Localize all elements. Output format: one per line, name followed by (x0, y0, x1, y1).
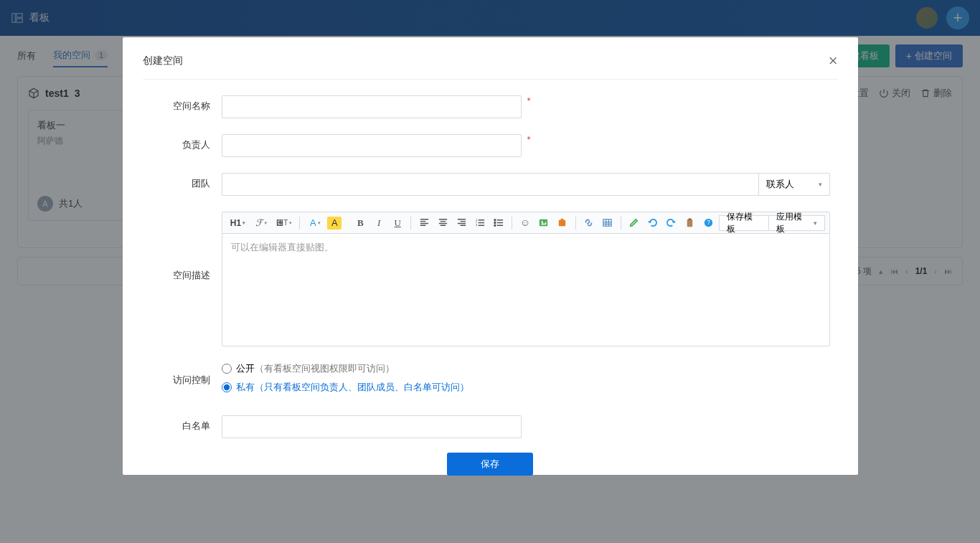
table-button[interactable] (599, 215, 616, 231)
svg-rect-14 (603, 219, 611, 226)
svg-text:3: 3 (476, 224, 477, 227)
whitelist-input[interactable] (222, 415, 522, 438)
font-size-button[interactable]: ␶T (273, 215, 295, 231)
svg-rect-16 (689, 218, 692, 219)
ordered-list-button[interactable]: 123 (471, 215, 489, 231)
space-name-input[interactable] (222, 95, 522, 118)
editor-toolbar: H1 ℱ ␶T A A B I U 123 (222, 212, 829, 234)
redo-button[interactable] (663, 215, 680, 231)
label-space-name: 空间名称 (143, 95, 222, 113)
svg-point-9 (494, 225, 495, 226)
team-type-select[interactable]: 联系人 ▾ (758, 173, 830, 196)
close-icon[interactable]: × (829, 53, 838, 69)
label-access: 访问控制 (143, 362, 222, 387)
align-center-button[interactable] (434, 215, 451, 231)
access-public-radio[interactable] (222, 364, 232, 374)
bold-button[interactable]: B (352, 215, 369, 231)
svg-point-11 (542, 221, 543, 222)
image-button[interactable] (535, 215, 552, 231)
editor-content[interactable]: 可以在编辑器直接贴图。 (222, 234, 829, 346)
label-whitelist: 白名单 (143, 415, 222, 433)
svg-rect-15 (687, 219, 693, 227)
label-description: 空间描述 (143, 212, 222, 282)
team-input[interactable] (222, 173, 758, 196)
access-private-radio[interactable] (222, 382, 232, 392)
apply-template-button[interactable]: 应用模板 ▾ (769, 215, 825, 231)
font-color-button[interactable]: A (304, 215, 326, 231)
edit-button[interactable] (626, 215, 643, 231)
save-template-button[interactable]: 保存模板 (719, 215, 769, 231)
align-left-button[interactable] (415, 215, 433, 231)
owner-select[interactable] (222, 134, 522, 157)
font-family-button[interactable]: ℱ (250, 215, 272, 231)
rich-text-editor: H1 ℱ ␶T A A B I U 123 (222, 212, 830, 346)
link-button[interactable] (580, 215, 598, 231)
access-public-option[interactable]: 公开（有看板空间视图权限即可访问） (222, 362, 469, 375)
svg-rect-10 (540, 219, 547, 226)
attachment-button[interactable] (554, 215, 571, 231)
highlight-button[interactable]: A (327, 217, 341, 230)
svg-point-7 (494, 219, 495, 221)
modal-overlay: 创建空间 × 空间名称 * 负责人 * 团队 联系人 ▾ 空间描述 (0, 0, 980, 543)
required-marker: * (527, 134, 531, 145)
create-space-modal: 创建空间 × 空间名称 * 负责人 * 团队 联系人 ▾ 空间描述 (123, 37, 858, 475)
svg-text:?: ? (707, 219, 710, 226)
label-owner: 负责人 (143, 134, 222, 151)
required-marker: * (527, 95, 531, 106)
label-team: 团队 (143, 173, 222, 190)
paste-button[interactable] (682, 215, 699, 231)
emoji-button[interactable]: ☺ (517, 215, 534, 231)
access-private-option[interactable]: 私有（只有看板空间负责人、团队成员、白名单可访问） (222, 381, 469, 394)
svg-point-8 (494, 222, 495, 224)
undo-button[interactable] (644, 215, 661, 231)
heading-button[interactable]: H1 (227, 215, 250, 231)
bullet-list-button[interactable] (490, 215, 507, 231)
save-button[interactable]: 保存 (447, 453, 533, 476)
underline-button[interactable]: U (389, 215, 406, 231)
svg-rect-12 (559, 220, 565, 226)
align-right-button[interactable] (453, 215, 470, 231)
italic-button[interactable]: I (370, 215, 387, 231)
help-button[interactable]: ? (700, 215, 717, 231)
chevron-down-icon: ▾ (814, 219, 817, 227)
modal-title: 创建空间 (143, 55, 183, 67)
svg-rect-13 (561, 219, 564, 221)
chevron-down-icon: ▾ (819, 181, 822, 188)
